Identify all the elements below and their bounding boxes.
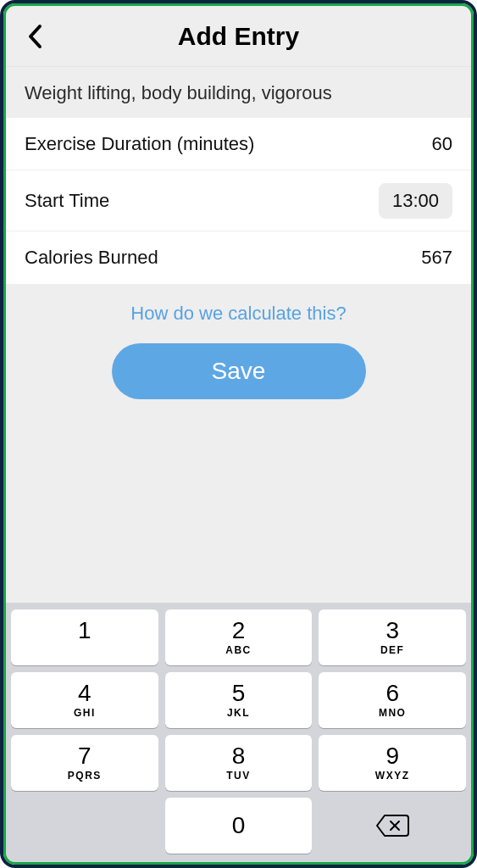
key-digit: 5	[232, 682, 246, 705]
key-3[interactable]: 3 DEF	[319, 609, 466, 665]
key-7[interactable]: 7 PQRS	[11, 735, 158, 791]
key-9[interactable]: 9 WXYZ	[319, 735, 466, 791]
key-letters: JKL	[227, 707, 250, 719]
key-digit: 0	[232, 814, 246, 837]
save-button[interactable]: Save	[112, 343, 366, 399]
calc-info-link-wrap: How do we calculate this?	[6, 284, 471, 335]
key-digit: 2	[232, 619, 246, 643]
duration-label: Exercise Duration (minutes)	[25, 133, 254, 155]
key-letters: GHI	[74, 707, 96, 719]
key-letters: TUV	[226, 770, 251, 782]
exercise-name: Weight lifting, body building, vigorous	[6, 67, 471, 118]
calories-value: 567	[421, 247, 452, 269]
start-time-label: Start Time	[25, 190, 109, 212]
key-letters: DEF	[380, 644, 405, 656]
back-button[interactable]	[21, 22, 50, 51]
chevron-left-icon	[26, 24, 45, 49]
backspace-icon	[374, 813, 410, 838]
key-0[interactable]: 0	[165, 798, 313, 854]
calories-label: Calories Burned	[25, 247, 158, 269]
key-digit: 7	[78, 744, 92, 768]
key-letters: MNO	[379, 707, 407, 719]
key-digit: 4	[78, 682, 92, 705]
page-title: Add Entry	[6, 22, 471, 51]
numeric-keyboard: 1 2 ABC 3 DEF 4 GHI 5 JKL 6 MNO	[6, 603, 471, 862]
key-5[interactable]: 5 JKL	[165, 672, 313, 728]
key-digit: 3	[385, 619, 399, 643]
header: Add Entry	[6, 6, 471, 67]
duration-row[interactable]: Exercise Duration (minutes) 60	[6, 118, 471, 170]
key-2[interactable]: 2 ABC	[165, 609, 313, 665]
key-6[interactable]: 6 MNO	[319, 672, 466, 728]
calc-info-link[interactable]: How do we calculate this?	[130, 303, 346, 324]
start-time-row[interactable]: Start Time 13:00	[6, 170, 471, 231]
key-8[interactable]: 8 TUV	[165, 735, 313, 791]
form-rows: Exercise Duration (minutes) 60 Start Tim…	[6, 118, 471, 284]
duration-value: 60	[432, 133, 452, 155]
key-backspace[interactable]	[319, 798, 466, 854]
key-letters: ABC	[225, 644, 252, 656]
calories-row[interactable]: Calories Burned 567	[6, 231, 471, 284]
key-4[interactable]: 4 GHI	[11, 672, 158, 728]
key-digit: 8	[232, 744, 246, 768]
content-area: How do we calculate this? Save	[6, 284, 471, 603]
key-digit: 1	[78, 619, 92, 643]
start-time-value[interactable]: 13:00	[379, 183, 452, 219]
key-digit: 6	[385, 682, 399, 705]
save-button-wrap: Save	[6, 335, 471, 399]
key-1[interactable]: 1	[11, 609, 158, 665]
key-letters: WXYZ	[375, 770, 410, 782]
key-digit: 9	[385, 744, 399, 768]
key-letters: PQRS	[68, 770, 102, 782]
